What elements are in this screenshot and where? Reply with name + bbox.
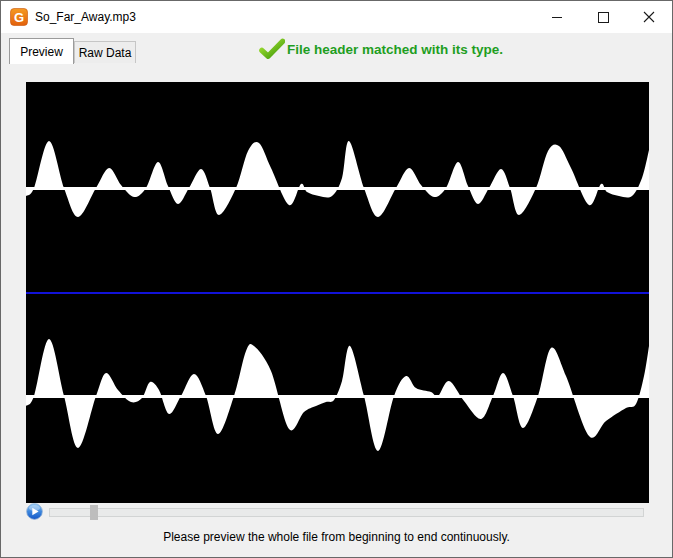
close-button[interactable] bbox=[626, 1, 672, 33]
window-title: So_Far_Away.mp3 bbox=[35, 10, 136, 24]
window-controls bbox=[534, 1, 672, 33]
footer-hint: Please preview the whole file from begin… bbox=[1, 530, 672, 544]
tab-raw-data[interactable]: Raw Data bbox=[74, 41, 136, 63]
app-window: G So_Far_Away.mp3 Preview Raw Data bbox=[0, 0, 673, 558]
maximize-icon bbox=[598, 12, 609, 23]
maximize-button[interactable] bbox=[580, 1, 626, 33]
waveform-panel bbox=[26, 82, 649, 503]
status-text: File header matched with its type. bbox=[287, 42, 503, 57]
slider-track[interactable] bbox=[49, 508, 644, 517]
check-icon bbox=[259, 38, 285, 60]
slider-thumb[interactable] bbox=[90, 505, 98, 520]
minimize-icon bbox=[552, 17, 562, 18]
close-icon bbox=[643, 11, 655, 23]
waveform-canvas bbox=[26, 82, 649, 503]
tab-preview[interactable]: Preview bbox=[9, 38, 74, 64]
minimize-button[interactable] bbox=[534, 1, 580, 33]
tab-raw-data-label: Raw Data bbox=[79, 46, 132, 60]
status-message: File header matched with its type. bbox=[259, 37, 503, 61]
tab-preview-label: Preview bbox=[20, 45, 63, 59]
app-icon: G bbox=[10, 8, 28, 26]
titlebar: G So_Far_Away.mp3 bbox=[1, 1, 672, 33]
play-button[interactable] bbox=[26, 503, 43, 520]
svg-text:G: G bbox=[14, 10, 24, 25]
